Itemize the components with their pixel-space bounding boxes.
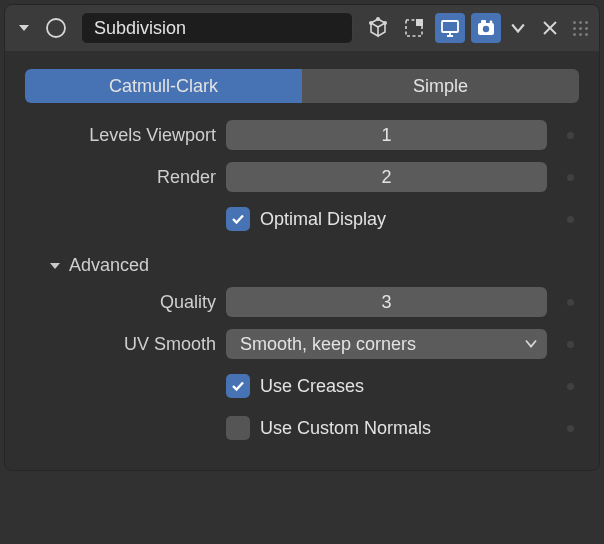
- input-viewport-levels[interactable]: 1: [226, 120, 547, 150]
- section-advanced-toggle[interactable]: Advanced: [21, 243, 583, 284]
- label-custom-normals: Use Custom Normals: [260, 418, 431, 439]
- row-render-levels: Render 2: [21, 159, 583, 195]
- anim-dot-normals[interactable]: [567, 425, 574, 432]
- anim-dot-uvsmooth[interactable]: [567, 341, 574, 348]
- modifier-panel: Catmull-Clark Simple Levels Viewport 1 R…: [4, 4, 600, 471]
- extras-menu-icon[interactable]: [507, 13, 529, 43]
- drag-handle-icon[interactable]: [569, 17, 591, 39]
- label-advanced: Advanced: [69, 255, 149, 276]
- svg-rect-5: [416, 19, 423, 26]
- edit-mode-icon[interactable]: [399, 13, 429, 43]
- modifier-type-icon[interactable]: [41, 13, 71, 43]
- chevron-down-icon: [525, 334, 537, 355]
- row-use-creases: Use Creases: [21, 368, 583, 404]
- panel-body: Catmull-Clark Simple Levels Viewport 1 R…: [5, 51, 599, 470]
- svg-point-10: [483, 26, 489, 32]
- svg-point-3: [377, 18, 379, 20]
- input-quality[interactable]: 3: [226, 287, 547, 317]
- checkbox-use-creases[interactable]: [226, 374, 250, 398]
- checkbox-custom-normals[interactable]: [226, 416, 250, 440]
- svg-point-0: [47, 19, 65, 37]
- anim-dot-viewport[interactable]: [567, 132, 574, 139]
- svg-rect-11: [481, 20, 486, 24]
- panel-header: [5, 5, 599, 51]
- label-optimal-display: Optimal Display: [260, 209, 386, 230]
- edit-cage-icon[interactable]: [363, 13, 393, 43]
- delete-modifier-icon[interactable]: [539, 13, 561, 43]
- anim-dot-optimal[interactable]: [567, 216, 574, 223]
- label-viewport: Levels Viewport: [21, 125, 216, 146]
- tab-catmull-clark[interactable]: Catmull-Clark: [25, 69, 302, 103]
- anim-dot-render[interactable]: [567, 174, 574, 181]
- row-custom-normals: Use Custom Normals: [21, 410, 583, 446]
- realtime-display-icon[interactable]: [435, 13, 465, 43]
- svg-point-2: [384, 22, 386, 24]
- input-render-levels[interactable]: 2: [226, 162, 547, 192]
- render-display-icon[interactable]: [471, 13, 501, 43]
- subdivision-type-tabs: Catmull-Clark Simple: [25, 69, 579, 103]
- tab-simple[interactable]: Simple: [302, 69, 579, 103]
- label-quality: Quality: [21, 292, 216, 313]
- svg-rect-6: [442, 21, 458, 32]
- anim-dot-creases[interactable]: [567, 383, 574, 390]
- row-quality: Quality 3: [21, 284, 583, 320]
- anim-dot-quality[interactable]: [567, 299, 574, 306]
- row-uv-smooth: UV Smooth Smooth, keep corners: [21, 326, 583, 362]
- svg-point-12: [490, 21, 493, 24]
- label-use-creases: Use Creases: [260, 376, 364, 397]
- label-uv-smooth: UV Smooth: [21, 334, 216, 355]
- row-viewport-levels: Levels Viewport 1: [21, 117, 583, 153]
- chevron-down-icon: [49, 260, 61, 272]
- row-optimal-display: Optimal Display: [21, 201, 583, 237]
- dropdown-uv-smooth[interactable]: Smooth, keep corners: [226, 329, 547, 359]
- svg-point-1: [370, 22, 372, 24]
- checkbox-optimal-display[interactable]: [226, 207, 250, 231]
- label-render: Render: [21, 167, 216, 188]
- modifier-name-input[interactable]: [81, 12, 353, 44]
- dropdown-uv-smooth-value: Smooth, keep corners: [240, 334, 416, 355]
- collapse-toggle[interactable]: [13, 13, 35, 43]
